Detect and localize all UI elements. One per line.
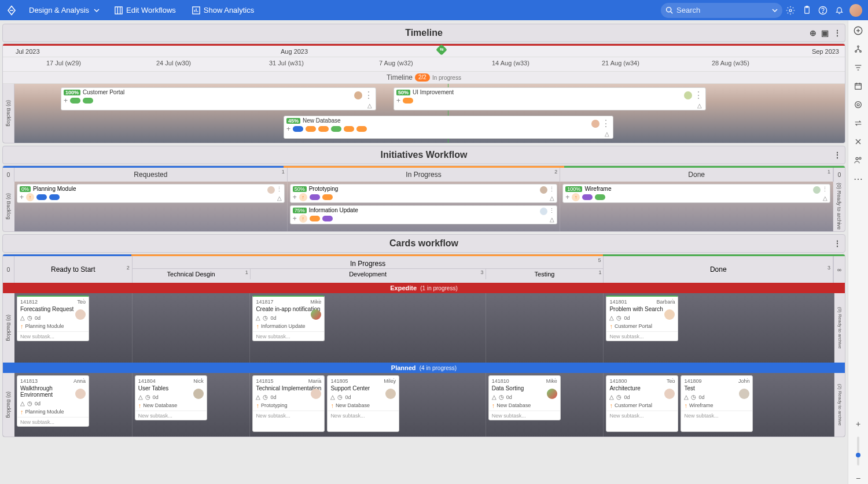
swap-icon[interactable] [852,117,864,129]
workspace-selector[interactable]: Design & Analysis [24,3,104,17]
col-in-progress-cards[interactable]: In Progress5 Technical Desgin1 Developme… [133,256,604,283]
show-analytics-button[interactable]: Show Analytics [186,3,260,17]
lane-done[interactable]: 100%Wireframe +↑ ⋮△ [560,182,833,231]
card-prototyping[interactable]: 50%Prototyping +↑ ⋮△ [290,184,558,203]
plus-icon[interactable]: + [64,97,68,105]
today-icon[interactable]: ▣ [821,28,829,38]
users-icon[interactable] [852,154,864,166]
init-backlog[interactable]: (0) Backlog [3,182,14,231]
more-icon[interactable]: ⋮ [549,207,555,215]
zoom-plus-icon[interactable]: + [852,418,864,430]
new-subtask[interactable]: New subtask... [606,331,678,339]
timeline-bar-customer-portal[interactable]: 100%Customer Portal + ⋮ △ [61,87,376,110]
card-141813[interactable]: 141813Anna⋮ Walkthrough Environment △◷0d… [17,375,89,427]
more-icon[interactable]: ⋯ [852,173,864,184]
chevron-down-icon[interactable] [772,8,778,13]
bell-icon[interactable] [831,2,847,19]
card-wireframe[interactable]: 100%Wireframe +↑ ⋮△ [562,184,830,203]
planned-backlog[interactable]: (0) Backlog [3,373,14,437]
more-icon[interactable]: ⋮ [833,239,841,248]
card-141804[interactable]: 141804Nick⋮ User Tables △◷0d ↑New Databa… [135,375,207,420]
more-icon[interactable]: ⋮ [364,90,373,101]
col-ready-to-start[interactable]: Ready to Start2 [14,256,133,283]
more-icon[interactable]: ⋮ [276,186,282,193]
timeline-panel: Jul 2023 Aug 2023 Sep 2023 ⇆ 17 Jul (w29… [2,43,845,143]
planned-ready-archive[interactable]: (2) Ready to archive [834,373,845,437]
search-input[interactable] [676,6,757,14]
more-icon[interactable]: ⋮ [822,186,828,193]
user-avatar[interactable] [849,4,862,17]
plus-icon[interactable]: + [286,125,290,133]
cell-expedite-test[interactable] [486,293,604,363]
more-icon[interactable]: ⋮ [549,186,555,193]
cell-planned-test[interactable]: 141810Mike⋮ Data Sorting △◷0d ↑New Datab… [486,373,604,437]
cell-planned-done[interactable]: 141800Teo⋮ Architecture △◷0d ↑Customer P… [604,373,834,437]
cell-planned-td[interactable]: 141804Nick⋮ User Tables △◷0d ↑New Databa… [133,373,251,437]
svg-point-29 [856,157,858,160]
help-icon[interactable] [815,2,831,19]
card-141800[interactable]: 141800Teo⋮ Architecture △◷0d ↑Customer P… [606,375,678,432]
init-ready-archive[interactable]: (0) Ready to archive [833,182,845,231]
workflow-icon [115,6,123,14]
filter-icon[interactable] [852,62,864,73]
timeline-backlog[interactable]: (0) Backlog [3,84,14,143]
subcol-technical-design[interactable]: Technical Desgin1 [133,269,251,279]
more-icon[interactable]: ⋮ [601,118,610,129]
calendar-icon[interactable] [852,80,864,92]
search-box[interactable] [661,3,782,18]
cell-expedite-dev[interactable]: 141817Mike⋮ Create in-app notification △… [250,293,486,363]
subcol-development[interactable]: Development3 [251,269,486,279]
plus-icon[interactable]: + [396,97,400,105]
card-141809[interactable]: 141809John⋮ Test △◷0d ↑Wireframe New sub… [681,375,753,432]
triangle-icon: △ [697,102,702,109]
app-logo[interactable] [6,5,17,16]
card-141815[interactable]: 141815Maria⋮ Technical Implementation △◷… [252,375,325,432]
clipboard-icon[interactable] [799,2,815,19]
col-done-cards[interactable]: Done3 [604,256,833,283]
card-planning-module[interactable]: 0%Planning Module +↑ ⋮△ [17,184,285,203]
cell-planned-dev[interactable]: 141815Maria⋮ Technical Implementation △◷… [250,373,486,437]
card-141817[interactable]: 141817Mike⋮ Create in-app notification △… [252,295,325,341]
cards-panel: 0 Ready to Start2 In Progress5 Technical… [2,254,845,437]
settings-icon[interactable] [782,2,799,19]
more-icon[interactable]: ⋮ [833,150,841,160]
add-circle-icon[interactable]: ⊕ [810,28,816,38]
timeline-bar-ui-improvement[interactable]: 50%UI Improvement + ⋮ △ [393,87,706,110]
more-icon[interactable]: ⋮ [833,28,841,38]
expedite-backlog[interactable]: (0) Backlog [3,293,14,363]
new-subtask[interactable]: New subtask... [253,331,324,339]
col-requested[interactable]: Requested1 [14,168,288,182]
swimlane-planned[interactable]: Planned (4 in progress) [3,363,845,373]
col-in-progress[interactable]: In Progress2 [288,168,561,182]
svg-point-28 [857,104,859,106]
cards-title: Cards workflow [389,238,458,249]
card-141810[interactable]: 141810Mike⋮ Data Sorting △◷0d ↑New Datab… [488,375,561,420]
subcol-testing[interactable]: Testing1 [486,269,604,279]
cell-expedite-done[interactable]: 141801Barbara⋮ Problem with Search △◷0d … [604,293,834,363]
card-141805[interactable]: 141805Miley⋮ Support Center △◷0d ↑New Da… [327,375,399,432]
card-141812[interactable]: 141812Teo⋮ Forecasting Request △◷0d ↑Pla… [17,295,89,341]
triangle-icon: △ [367,102,372,109]
tools-icon[interactable] [852,136,864,147]
target-icon[interactable] [852,99,864,110]
cell-expedite-td[interactable] [133,293,251,363]
add-icon[interactable] [852,25,864,36]
edit-workflows-button[interactable]: Edit Workflows [109,3,182,17]
card-information-update[interactable]: 75%Information Update +↑ ⋮△ [290,205,558,224]
timeline-bar-new-database[interactable]: 45%New Database + ⋮ △ [284,116,613,139]
card-141801[interactable]: 141801Barbara⋮ Problem with Search △◷0d … [606,295,678,341]
lane-in-progress[interactable]: 50%Prototyping +↑ ⋮△ 75%Information Upda… [288,182,561,231]
svg-point-9 [789,9,792,12]
hierarchy-icon[interactable] [852,43,864,55]
more-icon[interactable]: ⋮ [694,90,703,101]
cell-expedite-rts[interactable]: 141812Teo⋮ Forecasting Request △◷0d ↑Pla… [14,293,133,363]
cell-planned-rts[interactable]: 141813Anna⋮ Walkthrough Environment △◷0d… [14,373,133,437]
chevron-down-icon [94,8,100,13]
new-subtask[interactable]: New subtask... [17,331,89,339]
expedite-ready-archive[interactable]: (0) Ready to archive [834,293,845,363]
lane-requested[interactable]: 0%Planning Module +↑ ⋮△ [14,182,288,231]
zoom-minus-icon[interactable]: − [852,472,864,484]
col-done[interactable]: Done1 [560,168,833,182]
swimlane-expedite[interactable]: Expedite (1 in progress) [3,283,845,293]
zoom-slider[interactable] [857,437,859,465]
